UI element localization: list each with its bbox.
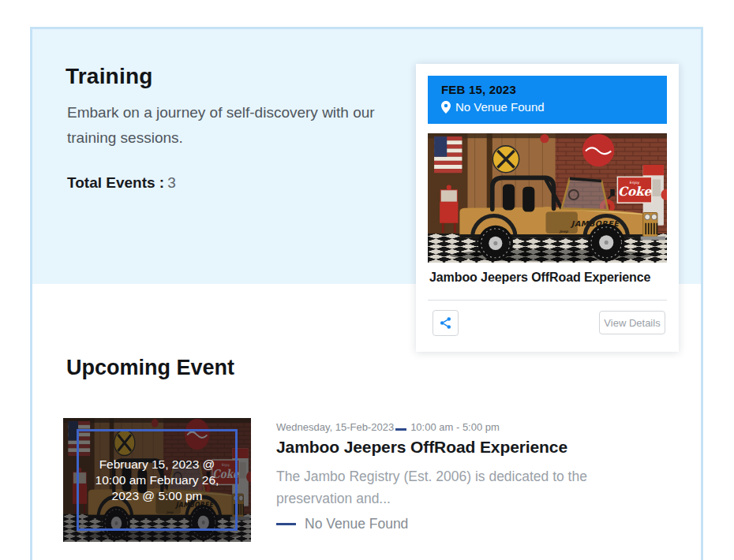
view-details-button[interactable]: View Details — [599, 311, 665, 334]
events-widget: Training Embark on a journey of self-dis… — [30, 27, 703, 560]
thumbnail-date-frame: February 15, 2023 @ 10:00 am February 26… — [77, 429, 238, 531]
meta-dash-separator — [395, 428, 406, 431]
event-card: FEB 15, 2023 No Venue Found Jamboo Jeepe… — [416, 64, 679, 352]
event-thumbnail[interactable]: February 15, 2023 @ 10:00 am February 26… — [63, 418, 251, 542]
upcoming-event-title[interactable]: Jamboo Jeepers OffRoad Experience — [276, 438, 567, 457]
event-card-date: FEB 15, 2023 — [441, 83, 653, 96]
total-events-value: 3 — [167, 174, 176, 191]
event-meta-row: Wednesday, 15-Feb-2023 10:00 am - 5:00 p… — [276, 421, 500, 433]
location-pin-icon — [441, 101, 451, 114]
upcoming-heading: Upcoming Event — [66, 356, 234, 380]
event-card-venue-label: No Venue Found — [455, 100, 545, 114]
total-events: Total Events :3 — [67, 174, 176, 192]
thumbnail-date-range: February 15, 2023 @ 10:00 am February 26… — [89, 457, 225, 504]
event-card-venue: No Venue Found — [441, 100, 653, 114]
event-card-header: FEB 15, 2023 No Venue Found — [428, 76, 667, 124]
event-meta-time: 10:00 am - 5:00 pm — [410, 421, 500, 433]
upcoming-event-venue: No Venue Found — [276, 516, 408, 532]
event-meta-date: Wednesday, 15-Feb-2023 — [276, 421, 394, 433]
share-button[interactable] — [433, 310, 459, 336]
card-divider — [428, 300, 667, 301]
upcoming-event-description: The Jambo Registry (Est. 2006) is dedica… — [276, 465, 630, 510]
event-card-title[interactable]: Jamboo Jeepers OffRoad Experience — [429, 271, 650, 285]
total-events-label: Total Events : — [67, 174, 164, 191]
hero-subtitle: Embark on a journey of self-discovery wi… — [67, 100, 399, 151]
page-title: Training — [66, 64, 153, 89]
share-icon — [439, 316, 452, 330]
upcoming-event-venue-label: No Venue Found — [305, 516, 408, 532]
event-card-image[interactable] — [428, 133, 667, 263]
venue-dash-icon — [276, 523, 296, 525]
